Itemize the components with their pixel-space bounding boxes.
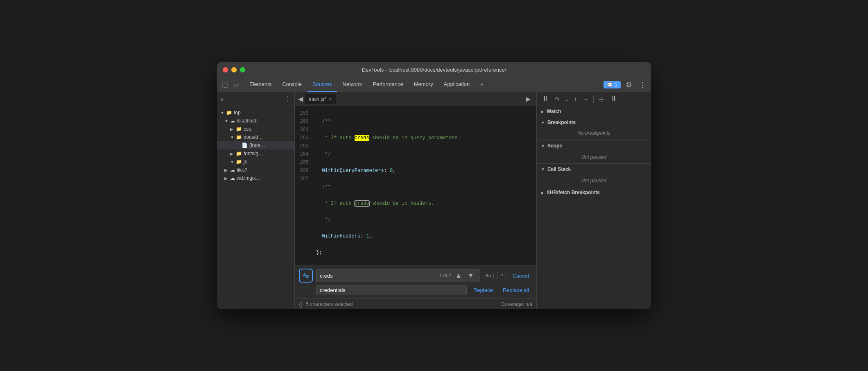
breakpoints-section-body: No breakpoints (537, 128, 651, 140)
tree-item-css[interactable]: ▶ 📁 css (217, 125, 294, 133)
breakpoints-section-header[interactable]: ▼ Breakpoints (537, 117, 651, 128)
cloud-icon-imgix: ☁ (230, 175, 235, 181)
folder-icon-docs: 📁 (236, 134, 242, 140)
tab-memory[interactable]: Memory (409, 77, 438, 92)
tree-arrow-localhost: ▼ (224, 119, 228, 123)
code-line-262: WithinQueryParameters: 0, (316, 167, 533, 175)
step-into-icon[interactable]: ↓ (565, 95, 569, 103)
badge-count: 1 (615, 82, 617, 88)
step-over-icon[interactable]: ↷ (554, 95, 561, 103)
breakpoints-section: ▼ Breakpoints No breakpoints (537, 117, 651, 140)
tree-item-index[interactable]: 📄 (inde… (217, 141, 294, 149)
code-line-265: */ (316, 216, 533, 224)
watch-section-header[interactable]: ▶ Watch (537, 106, 651, 117)
run-script-icon[interactable]: ▶ (523, 94, 533, 104)
code-line-264: * If auth creds should be in headers. (316, 199, 533, 208)
pause-exceptions-icon[interactable]: ⏸ (609, 94, 618, 104)
sidebar-menu-icon[interactable]: ⋮ (285, 95, 291, 103)
tree-label-fonts: fonts/g… (244, 151, 263, 156)
tree-item-imgix[interactable]: ▶ ☁ wd.imgix… (217, 174, 294, 182)
notification-badge[interactable]: 💬 1 (604, 81, 621, 88)
replace-input[interactable]: credentials (320, 287, 463, 293)
replace-row: credentials Replace Replace all (299, 285, 532, 295)
code-content[interactable]: /** * If auth creds should be in query p… (313, 106, 536, 265)
search-next-button[interactable]: ▼ (466, 271, 476, 280)
cancel-search-button[interactable]: Cancel (509, 272, 532, 280)
tab-application[interactable]: Application (439, 77, 475, 92)
xhr-section-header[interactable]: ▶ XHR/fetch Breakpoints (537, 187, 651, 198)
highlight-creds-2: creds (355, 201, 369, 206)
line-num-262: 262 (295, 134, 309, 142)
replace-button[interactable]: Replace (470, 286, 496, 294)
callstack-section-label: Call Stack (547, 166, 571, 172)
tab-sources[interactable]: Sources (307, 77, 337, 92)
window-title: DevTools - localhost:8080/docs/devtools/… (362, 67, 506, 73)
code-line-266: WithinHeaders: 1, (316, 232, 533, 240)
search-input[interactable]: creds (320, 273, 436, 279)
callstack-section: ▼ Call Stack Not paused (537, 164, 651, 187)
code-area: 259 260 261 262 263 264 265 266 267 /** … (295, 106, 536, 265)
editor-tab-main[interactable]: main.js* × (305, 94, 336, 104)
tree-arrow-docs: ▼ (230, 135, 234, 140)
line-numbers: 259 260 261 262 263 264 265 266 267 (295, 106, 313, 265)
callstack-section-body: Not paused (537, 174, 651, 187)
more-menu-icon[interactable]: ⋮ (637, 79, 648, 90)
settings-icon[interactable]: ⚙ (624, 79, 634, 90)
tree-arrow-js: ▼ (230, 160, 234, 164)
tree-item-js[interactable]: ▼ 📁 js (217, 158, 294, 166)
tree-item-localhost[interactable]: ▼ ☁ localhost: (217, 117, 294, 125)
maximize-button[interactable] (240, 67, 245, 72)
regex-button[interactable]: .* (497, 272, 506, 279)
scope-section-header[interactable]: ▼ Scope (537, 140, 651, 151)
editor-nav-icon[interactable]: ◀ (298, 95, 303, 103)
replace-toggle-button[interactable]: AB (299, 269, 313, 283)
brace-icon[interactable]: {} (299, 301, 303, 308)
search-prev-button[interactable]: ▲ (454, 271, 463, 280)
line-num-267: 267 (295, 175, 309, 183)
inspect-icon[interactable]: ⬚ (220, 80, 230, 89)
callstack-arrow-icon: ▼ (541, 167, 545, 172)
tree-item-fonts[interactable]: ▶ 📁 fonts/g… (217, 149, 294, 158)
tab-console[interactable]: Console (277, 77, 307, 92)
tree-arrow-css: ▶ (230, 127, 234, 131)
toolbar-divider (593, 95, 594, 103)
deactivate-breakpoints-icon[interactable]: ⋮ (598, 95, 605, 103)
minimize-button[interactable] (231, 67, 237, 72)
tab-performance[interactable]: Performance (368, 77, 408, 92)
search-input-wrap: creds 1 of 2 ▲ ▼ (316, 269, 479, 282)
tab-right-icons: 💬 1 ⚙ ⋮ (604, 79, 648, 90)
line-num-265: 265 (295, 158, 309, 167)
selected-text-status: 5 characters selected (306, 301, 353, 307)
device-icon[interactable]: ▱ (232, 80, 240, 89)
tree-label-top: top (234, 110, 241, 115)
tab-elements[interactable]: Elements (244, 77, 276, 92)
chat-icon: 💬 (607, 82, 613, 88)
callstack-section-header[interactable]: ▼ Call Stack (537, 164, 651, 174)
sidebar-expand-icon[interactable]: » (220, 96, 224, 102)
status-bar: {} 5 characters selected Coverage: n/a (295, 299, 536, 309)
step-out-icon[interactable]: ↑ (573, 95, 578, 103)
scope-section-label: Scope (547, 143, 562, 149)
step-icon[interactable]: → (582, 95, 589, 103)
code-line-263: /** (316, 183, 533, 191)
replace-input-wrap: credentials (316, 285, 467, 295)
tab-more[interactable]: » (475, 77, 488, 92)
search-row: AB creds 1 of 2 ▲ ▼ Aa .* Cancel (299, 269, 532, 283)
tree-label-css: css (244, 126, 251, 132)
coverage-status: Coverage: n/a (502, 301, 532, 307)
file-icon-index: 📄 (242, 143, 248, 148)
tree-item-docs[interactable]: ▼ 📁 docs/d… (217, 133, 294, 141)
tree-item-top[interactable]: ▼ 📁 top (217, 109, 294, 117)
close-button[interactable] (223, 67, 228, 72)
line-num-266: 266 (295, 167, 309, 175)
tab-close-icon[interactable]: × (329, 96, 332, 102)
tree-label-js: js (244, 159, 247, 165)
tab-network[interactable]: Network (338, 77, 367, 92)
pause-resume-icon[interactable]: ⏸ (541, 94, 550, 104)
tree-item-file[interactable]: ▶ ☁ file:// (217, 166, 294, 174)
tree-arrow-imgix: ▶ (224, 176, 228, 181)
replace-all-button[interactable]: Replace all (500, 286, 532, 294)
tab-bar: ⬚ ▱ Elements Console Sources Network Per… (217, 77, 651, 92)
tree-arrow-fonts: ▶ (230, 152, 234, 156)
match-case-button[interactable]: Aa (483, 272, 494, 279)
